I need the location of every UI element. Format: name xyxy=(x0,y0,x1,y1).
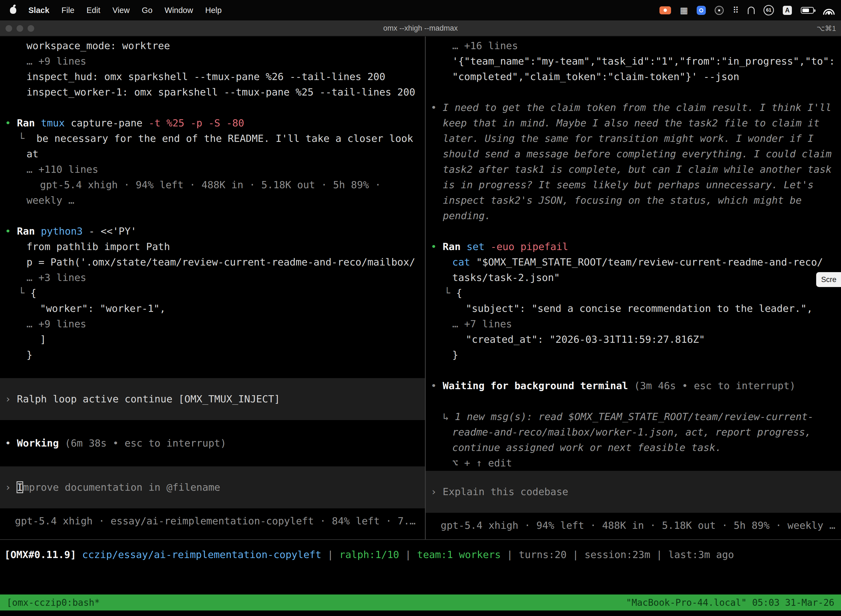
terminal-line: weekly … xyxy=(0,193,425,208)
terminal-line xyxy=(0,208,425,224)
command-line: • Ran tmux capture-pane -t %25 -p -S -80 xyxy=(0,115,425,131)
apple-logo-icon xyxy=(10,7,16,14)
terminal-line: └ be necessary for the end of the README… xyxy=(0,131,425,146)
minimize-button[interactable] xyxy=(16,25,23,32)
left-terminal-pane[interactable]: workspace_mode: worktree… +9 linesinspec… xyxy=(0,37,425,539)
menu-bar-status-icons: ▦ ⠿ 61 A xyxy=(659,5,835,15)
terminal-line: › Explain this codebase xyxy=(426,484,841,500)
terminal-line: workspace_mode: worktree xyxy=(0,38,425,54)
terminal-line: readme-and-reco/mailbox/worker-1.json, a… xyxy=(426,424,841,440)
prompt-suggestion[interactable]: › Explain this codebase xyxy=(426,471,841,513)
traffic-lights xyxy=(6,21,34,37)
menu-item-edit[interactable]: Edit xyxy=(86,6,100,15)
menu-item-window[interactable]: Window xyxy=(165,6,193,15)
battery-percent-gauge-icon[interactable]: 61 xyxy=(763,5,774,15)
terminal-line: "completed","claim_token":"claim-token"}… xyxy=(426,69,841,84)
terminal-line: inspect task2's JSON, focusing on the st… xyxy=(426,193,841,208)
window-title-bar[interactable]: omx --xhigh --madmax ⌥⌘1 xyxy=(0,21,841,37)
terminal-line: … +3 lines xyxy=(0,270,425,285)
terminal-line: inspect_worker-1: omx sparkshell --tmux-… xyxy=(0,84,425,100)
terminal-line: from pathlib import Path xyxy=(0,239,425,254)
terminal-line: tasks/task-2.json" xyxy=(426,270,841,285)
tmux-host-clock: "MacBook-Pro-44.local" 05:03 31-Mar-26 xyxy=(626,597,834,608)
terminal-line xyxy=(426,224,841,239)
terminal-line: later. Using the same for transition mig… xyxy=(426,131,841,146)
input-source-icon[interactable]: A xyxy=(783,6,792,15)
mailbox-message: ↳ 1 new msg(s): read $OMX_TEAM_STATE_ROO… xyxy=(426,409,841,424)
terminal-line: … +9 lines xyxy=(0,54,425,69)
menu-item-file[interactable]: File xyxy=(62,6,75,15)
terminal-line xyxy=(426,393,841,409)
battery-icon[interactable] xyxy=(801,7,814,14)
terminal-line: at xyxy=(0,146,425,162)
input-source-letter: A xyxy=(785,7,790,14)
terminal-line xyxy=(0,363,425,378)
dark-app-icon[interactable] xyxy=(715,6,724,15)
terminal-line: "subject": "send a concise recommendatio… xyxy=(426,301,841,316)
terminal-line: … +110 lines xyxy=(0,162,425,177)
terminal-line: '{"team_name":"my-team","task_id":"1","f… xyxy=(426,54,841,69)
terminal-line: "created_at": "2026-03-31T11:59:27.816Z" xyxy=(426,332,841,347)
terminal-line: is in progress? It seems likely but perh… xyxy=(426,177,841,193)
macos-menu-bar: Slack FileEditViewGoWindowHelp ▦ ⠿ 61 A xyxy=(0,0,841,21)
terminal-line: … +16 lines xyxy=(426,38,841,54)
menu-item-go[interactable]: Go xyxy=(142,6,152,15)
terminal-line xyxy=(426,363,841,378)
pane-footer-stats: gpt-5.4 xhigh · 94% left · 488K in · 5.1… xyxy=(426,518,841,533)
omx-hud-status-line: [OMX#0.11.9] cczip/essay/ai-reimplementa… xyxy=(4,547,841,562)
terminal-line: ] xyxy=(0,332,425,347)
window-title: omx --xhigh --madmax xyxy=(0,24,841,32)
command-line: • Ran set -euo pipefail xyxy=(426,239,841,254)
terminal-line xyxy=(0,420,425,436)
menu-item-view[interactable]: View xyxy=(113,6,130,15)
terminal-line: "worker": "worker-1", xyxy=(0,301,425,316)
omx-hud-status-area: [OMX#0.11.9] cczip/essay/ai-reimplementa… xyxy=(0,539,841,594)
wifi-icon[interactable] xyxy=(823,6,835,15)
reasoning-text: • I need to get the claim token from the… xyxy=(426,100,841,115)
terminal-line: } xyxy=(426,347,841,363)
terminal-line xyxy=(426,84,841,100)
terminal-line: gpt-5.4 xhigh · 94% left · 488K in · 5.1… xyxy=(0,177,425,193)
calendar-grid-icon[interactable]: ▦ xyxy=(680,5,688,15)
terminal-line: cat "$OMX_TEAM_STATE_ROOT/team/review-cu… xyxy=(426,254,841,270)
menu-item-help[interactable]: Help xyxy=(205,6,222,15)
close-button[interactable] xyxy=(6,25,12,32)
terminal-line: should send a message before completing … xyxy=(426,146,841,162)
terminal-line: } xyxy=(0,347,425,363)
terminal-area: workspace_mode: worktree… +9 linesinspec… xyxy=(0,37,841,539)
terminal-line: › Ralph loop active continue [OMX_TMUX_I… xyxy=(0,392,425,407)
terminal-line: task2 after task1 is complete, but can I… xyxy=(426,162,841,177)
pane-footer-stats: gpt-5.4 xhigh · essay/ai-reimplementatio… xyxy=(0,513,425,529)
terminal-line: … +7 lines xyxy=(426,316,841,332)
edit-hint: ⌥ + ↑ edit xyxy=(426,455,841,471)
terminal-line xyxy=(0,451,425,466)
terminal-line: p = Path('.omx/state/team/review-current… xyxy=(0,254,425,270)
terminal-line: … +9 lines xyxy=(0,316,425,332)
terminal-line: pending. xyxy=(426,208,841,224)
inject-status-banner: › Ralph loop active continue [OMX_TMUX_I… xyxy=(0,378,425,420)
terminal-line: keep that in mind. Maybe I also need the… xyxy=(426,115,841,131)
tmux-status-bar: [omx-cczip0:bash* "MacBook-Pro-44.local"… xyxy=(0,594,841,610)
window-shortcut-hint: ⌥⌘1 xyxy=(817,21,836,37)
screen-capture-tooltip[interactable]: Scre xyxy=(816,272,841,287)
ghost-app-icon[interactable] xyxy=(748,7,755,14)
apple-menu[interactable] xyxy=(10,7,16,14)
terminal-line: continue assigned work or next feasible … xyxy=(426,440,841,455)
terminal-line: └ { xyxy=(0,285,425,301)
blue-app-icon[interactable] xyxy=(697,6,706,15)
terminal-line: inspect_hud: omx sparkshell --tmux-pane … xyxy=(0,69,425,84)
working-status-line: • Working (6m 38s • esc to interrupt) xyxy=(0,436,425,451)
waiting-status-line: • Waiting for background terminal (3m 46… xyxy=(426,378,841,393)
command-line: • Ran python3 - <<'PY' xyxy=(0,224,425,239)
tmux-session-window: [omx-cczip0:bash* xyxy=(7,597,100,608)
terminal-line: └ { xyxy=(426,285,841,301)
battery-percent-value: 61 xyxy=(766,7,771,13)
screen-recording-indicator-icon[interactable] xyxy=(659,6,671,14)
terminal-line: › Improve documentation in @filename xyxy=(0,480,425,495)
right-terminal-pane[interactable]: … +16 lines'{"team_name":"my-team","task… xyxy=(426,37,841,539)
terminal-line xyxy=(0,100,425,115)
dots-grid-icon[interactable]: ⠿ xyxy=(733,5,739,15)
zoom-button[interactable] xyxy=(28,25,34,32)
prompt-input[interactable]: › Improve documentation in @filename xyxy=(0,466,425,508)
menu-item-app-name[interactable]: Slack xyxy=(28,6,49,15)
